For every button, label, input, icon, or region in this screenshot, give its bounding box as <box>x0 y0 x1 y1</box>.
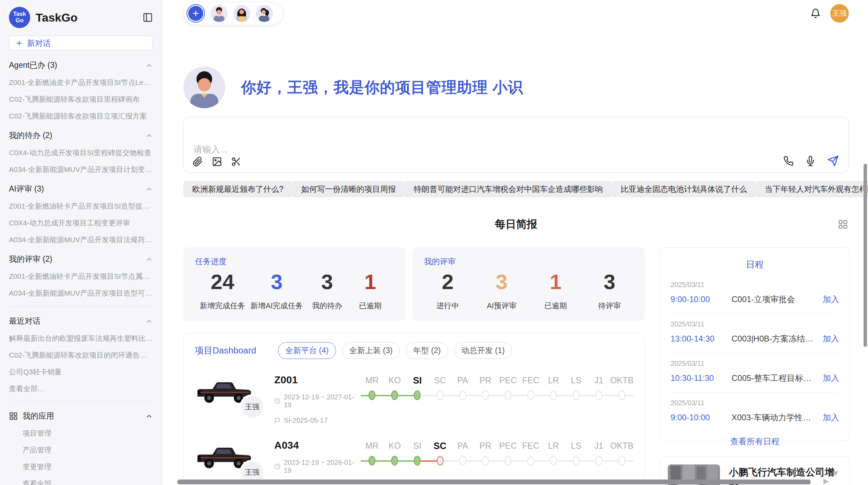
list-item[interactable]: A034-全新新能源MUV产品开发项目计划变更表编写 <box>9 165 153 174</box>
chat-composer[interactable]: 请输入... <box>183 117 849 173</box>
voice-call-button[interactable] <box>783 156 794 166</box>
list-item[interactable]: Z001-全新燃油皮卡产品开发项目SI节点Lesson Learn报告 <box>9 78 153 87</box>
screenshot-button[interactable] <box>231 157 241 167</box>
sidebar-item-project-mgmt[interactable]: 项目管理 <box>23 428 153 438</box>
list-item[interactable]: C02-飞腾新能源轻客改款项目的闭环通告反馈情况 <box>9 350 153 360</box>
agent-avatar-3[interactable] <box>256 5 273 22</box>
sidebar-section-recent-chats[interactable]: 最近对话 <box>9 316 153 326</box>
view-all-schedule-link[interactable]: 查看所有日程 <box>671 432 839 448</box>
dashboard-title: 项目Dashboard <box>195 345 256 357</box>
milestone-node <box>595 456 602 465</box>
list-item[interactable]: 公司Q3轻卡销量 <box>9 367 153 377</box>
scroll-right-arrow[interactable] <box>823 479 829 484</box>
flag-date: SI-2025-05-17 <box>284 416 328 424</box>
sidebar-section-agent-done[interactable]: Agent已办 (3) <box>9 60 153 71</box>
project-row-a034[interactable]: 王强 A034 2023-12-19 ~ 2026-01-19 SC-2025-… <box>195 439 634 484</box>
event-date: 2025/03/11 <box>671 399 839 407</box>
milestone-label: FEC <box>519 441 542 454</box>
milestone-node <box>459 456 466 465</box>
stat-value: 3 <box>483 270 520 294</box>
schedule-event: 2025/03/11 9:00-10:00 C001-立项审批会 加入 <box>671 275 839 314</box>
sidebar-item-product-mgmt[interactable]: 产品管理 <box>23 445 153 455</box>
vertical-scrollbar[interactable] <box>864 164 867 347</box>
date-range: 2023-12-19 ~ 2027-01-19 <box>284 393 361 409</box>
sidebar-collapse-button[interactable] <box>143 12 153 23</box>
milestone-label: LR <box>542 375 565 388</box>
filter-new-body[interactable]: 全新上装 (3) <box>342 342 400 359</box>
suggestion-chip[interactable]: 特朗普可能对进口汽车增税会对中国车企造成哪些影响 <box>405 181 612 197</box>
list-item[interactable]: Z001-全新燃油轻卡产品开发项目SI节点属性5D文件评审 <box>9 272 153 281</box>
user-avatar[interactable]: 王强 <box>830 4 849 23</box>
milestone-node <box>505 390 511 400</box>
list-item[interactable]: C02-飞腾新能源轻客改款项目立项汇报方案 <box>9 111 153 121</box>
milestone-si: SI <box>406 441 429 467</box>
join-meeting-link[interactable]: 加入 <box>823 294 839 305</box>
milestone-label: PR <box>474 375 497 388</box>
filter-all-platform[interactable]: 全新平台 (4) <box>278 342 336 359</box>
list-item[interactable]: 解释最新出台的欧盟报废车法规再生塑料比例被调至15%... <box>9 334 153 343</box>
stat-my-todo: 3 我的待办 <box>308 270 346 311</box>
chevron-up-icon <box>145 132 153 139</box>
suggestion-chip[interactable]: 如何写一份清晰的项目周报 <box>292 181 405 197</box>
new-chat-button[interactable]: 新对话 <box>9 36 153 51</box>
project-dates: 2023-12-19 ~ 2027-01-19 <box>274 393 361 409</box>
briefing-layout-button[interactable] <box>838 219 848 229</box>
attach-file-button[interactable] <box>193 157 203 167</box>
project-info: Z001 2023-12-19 ~ 2027-01-19 SI-2025-05-… <box>274 374 361 424</box>
suggestion-chip[interactable]: 当下年轻人对汽车外观有怎样的喜好趋势 <box>756 181 868 197</box>
view-all-apps[interactable]: 查看全部... <box>23 479 153 485</box>
sidebar-section-my-review[interactable]: 我的评审 (2) <box>9 254 153 264</box>
milestone-mr: MR <box>361 441 383 467</box>
horizontal-scrollbar[interactable] <box>177 480 811 484</box>
suggestion-chip[interactable]: 欧洲新规最近颁布了什么? <box>183 181 292 197</box>
microphone-button[interactable] <box>805 156 816 166</box>
list-item[interactable]: C0X4-动力总成开发项目SI里程碑提交物检查 <box>9 148 153 158</box>
list-item[interactable]: C0X4-动力总成开发项目工程变更评审 <box>9 218 153 228</box>
milestone-label: OKTB <box>610 375 634 388</box>
clock-icon <box>274 463 280 470</box>
stat-value: 24 <box>200 270 245 294</box>
chevron-up-icon <box>145 185 153 193</box>
section-title: 我的待办 (2) <box>9 130 52 141</box>
sidebar: Task Go TaskGo 新对话 Agent已办 (3) Z001-全新燃油… <box>0 0 162 485</box>
list-item[interactable]: C02-飞腾新能源轻客改款项目里程碑画布 <box>9 95 153 104</box>
sidebar-item-my-apps[interactable]: 我的应用 <box>9 411 153 421</box>
sidebar-section-ai-review[interactable]: AI评审 (3) <box>9 184 153 194</box>
project-owner-badge: 王强 <box>241 396 263 418</box>
stat-label: 待评审 <box>591 301 628 311</box>
view-all-recent[interactable]: 查看全部... <box>9 384 153 394</box>
card-title: 我的评审 <box>424 256 633 267</box>
add-agent-button[interactable] <box>186 4 205 23</box>
join-meeting-link[interactable]: 加入 <box>823 333 839 344</box>
schedule-event: 2025/03/11 10:30-11:30 C005-整车工程目标评审 加入 <box>671 353 839 393</box>
notification-bell-button[interactable] <box>810 8 821 18</box>
date-range: 2023-12-19 ~ 2026-01-19 <box>284 459 361 474</box>
project-row-z001[interactable]: 王强 Z001 2023-12-19 ~ 2027-01-19 SI-2025-… <box>195 374 634 424</box>
app-title: TaskGo <box>36 11 137 24</box>
list-item[interactable]: A034-全新新能源MUV产品开发项目法规符合性评审 <box>9 235 153 245</box>
milestone-label: PA <box>451 441 474 454</box>
milestone-label: PR <box>474 441 497 454</box>
suggestion-chip[interactable]: 比亚迪全固态电池计划具体说了什么 <box>612 181 756 197</box>
join-meeting-link[interactable]: 加入 <box>823 412 839 423</box>
list-item[interactable]: A034-全新新能源MUV产品开发项目造型可行性评审 <box>9 288 153 298</box>
sidebar-section-my-todo[interactable]: 我的待办 (2) <box>9 130 153 141</box>
scroll-down-arrow[interactable] <box>832 471 839 476</box>
milestone-node <box>618 390 625 400</box>
upload-image-button[interactable] <box>212 157 222 167</box>
stat-value: 2 <box>429 270 467 294</box>
assistant-avatar <box>183 66 225 108</box>
milestone-label: LS <box>565 441 588 454</box>
stat-new-ai-done: 3 新增AI完成任务 <box>251 270 303 311</box>
agent-avatar-1[interactable] <box>210 5 228 22</box>
schedule-title: 日程 <box>671 259 839 271</box>
list-item[interactable]: Z001-全新燃油轻卡产品开发项目SI造型提交物评审 <box>9 201 153 211</box>
filter-year-model[interactable]: 年型 (2) <box>406 342 448 359</box>
sidebar-item-change-mgmt[interactable]: 变更管理 <box>23 462 153 472</box>
send-button[interactable] <box>827 155 839 167</box>
join-meeting-link[interactable]: 加入 <box>823 373 839 384</box>
schedule-list: 2025/03/11 9:00-10:00 C001-立项审批会 加入 2025… <box>671 275 839 432</box>
agent-avatar-2[interactable] <box>233 5 250 22</box>
filter-powertrain[interactable]: 动总开发 (1) <box>454 342 512 359</box>
schedule-event: 2025/03/11 9:00-10:00 X003-车辆动力学性能验... 加… <box>671 393 839 432</box>
